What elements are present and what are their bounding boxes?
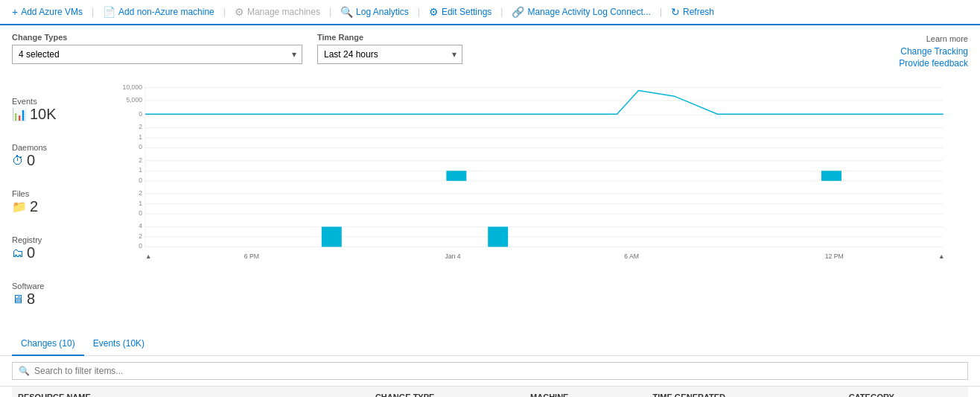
events-y-0: 0 (139, 110, 142, 118)
learn-more-label: Learn more (926, 34, 968, 43)
search-icon: 🔍 (340, 6, 353, 18)
files-icon: 📁 (12, 200, 27, 214)
change-types-dropdown[interactable]: 4 selected All Files Registry Software D… (12, 45, 302, 64)
manage-machines-button: ⚙ Manage machines (229, 3, 326, 21)
files-value: 2 (30, 198, 38, 215)
toolbar: + Add Azure VMs | 📄 Add non-Azure machin… (0, 0, 980, 25)
col-category: CATEGORY (843, 387, 968, 397)
col-resource-name: RESOURCE NAME (12, 387, 369, 397)
data-table: RESOURCE NAME CHANGE TYPE MACHINE TIME G… (12, 387, 968, 397)
filters-row: Change Types 4 selected All Files Regist… (0, 25, 980, 74)
events-y-5000: 5,000 (126, 96, 142, 104)
registry-y-1: 1 (139, 200, 142, 207)
registry-icon: 🗂 (12, 247, 24, 260)
events-line (145, 90, 944, 114)
manage-icon: ⚙ (235, 6, 244, 18)
x-label-6am: 6 AM (624, 253, 639, 260)
time-range-filter: Time Range Last 24 hours Last 7 days Las… (317, 33, 462, 64)
time-range-dropdown[interactable]: Last 24 hours Last 7 days Last 30 days (317, 45, 462, 64)
x-label-end: ▲ (938, 253, 945, 260)
refresh-icon: ↻ (671, 6, 680, 18)
events-stat: Events 📊 10K (12, 95, 94, 142)
daemons-stat: Daemons ⏱ 0 (12, 142, 94, 188)
daemons-y-0: 0 (139, 143, 142, 150)
toolbar-divider-1: | (92, 7, 94, 17)
software-bar-1 (322, 226, 342, 247)
files-y-2: 2 (139, 156, 142, 164)
tabs-row: Changes (10) Events (10K) (0, 332, 980, 356)
registry-y-0: 0 (139, 209, 142, 217)
time-range-select[interactable]: Last 24 hours Last 7 days Last 30 days ▾ (317, 45, 462, 64)
toolbar-divider-3: | (329, 7, 331, 17)
search-box: 🔍 (12, 362, 968, 380)
x-label-jan4: Jan 4 (445, 253, 460, 260)
daemons-icon: ⏱ (12, 154, 24, 168)
events-icon: 📊 (12, 107, 27, 121)
toolbar-divider-2: | (223, 7, 226, 17)
files-bar-1 (446, 171, 466, 180)
daemons-y-1: 1 (139, 133, 142, 141)
x-label-start: ▲ (145, 253, 152, 260)
change-types-label: Change Types (12, 33, 302, 42)
search-input[interactable] (34, 366, 961, 376)
col-change-type: CHANGE TYPE (369, 387, 524, 397)
x-label-12pm: 12 PM (825, 253, 844, 260)
manage-activity-button[interactable]: 🔗 Manage Activity Log Connect... (506, 3, 656, 21)
link-icon: 🔗 (512, 6, 524, 18)
toolbar-divider-4: | (418, 7, 420, 17)
main-content: Events 📊 10K Daemons ⏱ 0 Files 📁 2 Regis… (0, 74, 980, 332)
gear-icon: ⚙ (429, 6, 439, 18)
registry-value: 0 (27, 244, 35, 261)
table-container: RESOURCE NAME CHANGE TYPE MACHINE TIME G… (0, 387, 980, 397)
change-tracking-link[interactable]: Change Tracking (900, 46, 968, 57)
provide-feedback-link[interactable]: Provide feedback (899, 58, 968, 69)
table-header-row: RESOURCE NAME CHANGE TYPE MACHINE TIME G… (12, 387, 968, 397)
edit-settings-button[interactable]: ⚙ Edit Settings (423, 3, 497, 21)
toolbar-divider-5: | (500, 7, 503, 17)
change-types-filter: Change Types 4 selected All Files Regist… (12, 33, 302, 64)
chart-area: 10,000 5,000 0 2 1 0 2 1 0 (94, 80, 968, 274)
software-y-2: 2 (139, 232, 142, 240)
software-label: Software (12, 282, 94, 290)
files-stat: Files 📁 2 (12, 188, 94, 234)
events-value: 10K (30, 106, 57, 123)
document-icon: 📄 (103, 6, 115, 18)
refresh-button[interactable]: ↻ Refresh (665, 3, 720, 21)
col-time-generated: TIME GENERATED (646, 387, 842, 397)
stats-panel: Events 📊 10K Daemons ⏱ 0 Files 📁 2 Regis… (12, 80, 94, 326)
software-bar-2 (488, 226, 508, 247)
col-machine: MACHINE (524, 387, 646, 397)
add-azure-vms-button[interactable]: + Add Azure VMs (6, 3, 89, 21)
x-label-6pm: 6 PM (244, 253, 259, 260)
log-analytics-button[interactable]: 🔍 Log Analytics (334, 3, 415, 21)
software-y-4: 4 (139, 222, 142, 229)
registry-y-2: 2 (139, 189, 142, 197)
software-icon: 🖥 (12, 293, 24, 306)
change-types-select[interactable]: 4 selected All Files Registry Software D… (12, 45, 302, 64)
daemons-label: Daemons (12, 143, 94, 152)
files-bar-2 (821, 171, 841, 180)
search-row: 🔍 (0, 356, 980, 387)
software-stat: Software 🖥 8 (12, 280, 94, 326)
learn-more-section: Learn more Change Tracking Provide feedb… (899, 33, 968, 70)
software-y-0: 0 (139, 242, 142, 250)
registry-stat: Registry 🗂 0 (12, 234, 94, 280)
registry-label: Registry (12, 235, 94, 244)
daemons-y-2: 2 (139, 123, 142, 130)
files-y-1: 1 (139, 166, 142, 174)
files-y-0: 0 (139, 177, 142, 184)
time-range-label: Time Range (317, 33, 462, 42)
daemons-value: 0 (27, 152, 35, 169)
search-icon: 🔍 (19, 366, 30, 376)
tab-events[interactable]: Events (10K) (84, 332, 153, 356)
toolbar-divider-6: | (660, 7, 662, 17)
chart-svg: 10,000 5,000 0 2 1 0 2 1 0 (94, 80, 968, 274)
files-label: Files (12, 189, 94, 198)
events-y-10000: 10,000 (123, 83, 143, 91)
add-non-azure-button[interactable]: 📄 Add non-Azure machine (97, 3, 220, 21)
add-icon: + (12, 6, 18, 18)
software-value: 8 (27, 290, 35, 308)
events-label: Events (12, 97, 94, 106)
tab-changes[interactable]: Changes (10) (12, 332, 84, 356)
